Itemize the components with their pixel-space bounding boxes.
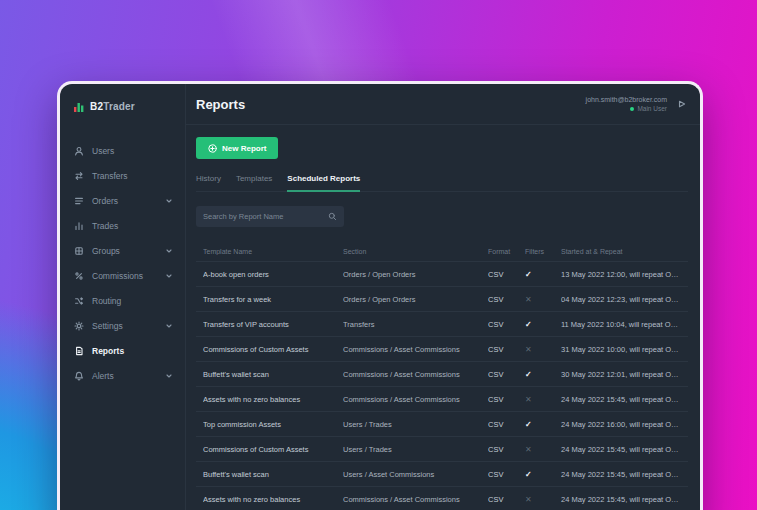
started-cell: 11 May 2022 10:04, will repeat Once xyxy=(561,320,688,329)
report-name-cell: Buffett's wallet scan xyxy=(203,370,343,379)
table-row[interactable]: Assets with no zero balancesCommissions … xyxy=(196,486,688,510)
commissions-icon xyxy=(74,271,84,281)
reports-icon xyxy=(74,346,84,356)
column-header: Started at & Repeat xyxy=(561,248,688,255)
started-cell: 24 May 2022 16:00, will repeat Once xyxy=(561,420,688,429)
table-body: A-book open ordersOrders / Open OrdersCS… xyxy=(196,261,688,510)
table-row[interactable]: Commissions of Custom AssetsUsers / Trad… xyxy=(196,436,688,461)
logout-button[interactable] xyxy=(676,98,688,110)
format-cell: CSV xyxy=(488,320,525,329)
table-row[interactable]: Transfers of VIP accountsTransfersCSV✓11… xyxy=(196,311,688,336)
format-cell: CSV xyxy=(488,370,525,379)
section-cell: Orders / Open Orders xyxy=(343,295,488,304)
page-title: Reports xyxy=(196,97,245,112)
format-cell: CSV xyxy=(488,420,525,429)
report-name-cell: Assets with no zero balances xyxy=(203,495,343,504)
search-icon[interactable] xyxy=(328,212,337,221)
new-report-button[interactable]: New Report xyxy=(196,137,278,159)
sidebar-item-commissions[interactable]: Commissions xyxy=(60,263,185,288)
table-row[interactable]: Buffett's wallet scanUsers / Asset Commi… xyxy=(196,461,688,486)
filters-check-icon: ✓ xyxy=(525,320,561,329)
page-background: { "brand": { "prefix": "B2", "suffix": "… xyxy=(0,0,757,510)
column-header: Section xyxy=(343,248,488,255)
started-cell: 04 May 2022 12:23, will repeat Once xyxy=(561,295,688,304)
routing-icon xyxy=(74,296,84,306)
started-cell: 24 May 2022 15:45, will repeat Once xyxy=(561,495,688,504)
section-cell: Users / Trades xyxy=(343,420,488,429)
report-name-cell: Top commission Assets xyxy=(203,420,343,429)
format-cell: CSV xyxy=(488,345,525,354)
filters-check-icon: ✓ xyxy=(525,270,561,279)
section-cell: Commissions / Asset Commissions xyxy=(343,395,488,404)
users-icon xyxy=(74,146,84,156)
report-name-cell: Assets with no zero balances xyxy=(203,395,343,404)
report-name-cell: Transfers of VIP accounts xyxy=(203,320,343,329)
chevron-down-icon xyxy=(165,322,173,330)
report-name-cell: A-book open orders xyxy=(203,270,343,279)
table-row[interactable]: Buffett's wallet scanCommissions / Asset… xyxy=(196,361,688,386)
sidebar-item-users[interactable]: Users xyxy=(60,138,185,163)
filters-check-icon: ✓ xyxy=(525,420,561,429)
table-row[interactable]: Assets with no zero balancesCommissions … xyxy=(196,386,688,411)
section-cell: Commissions / Asset Commissions xyxy=(343,370,488,379)
format-cell: CSV xyxy=(488,295,525,304)
section-cell: Users / Asset Commissions xyxy=(343,470,488,479)
sidebar-item-reports[interactable]: Reports xyxy=(60,338,185,363)
brand-chart-icon xyxy=(73,101,85,113)
started-cell: 30 May 2022 12:01, will repeat Once xyxy=(561,370,688,379)
user-role-label: Main User xyxy=(637,105,667,112)
section-cell: Orders / Open Orders xyxy=(343,270,488,279)
trades-icon xyxy=(74,221,84,231)
transfers-icon xyxy=(74,171,84,181)
format-cell: CSV xyxy=(488,395,525,404)
groups-icon xyxy=(74,246,84,256)
sidebar-item-settings[interactable]: Settings xyxy=(60,313,185,338)
filters-cross-icon: ✕ xyxy=(525,395,561,404)
user-status: Main User xyxy=(630,105,667,112)
table-header-row: Template Name Section Format Filters Sta… xyxy=(196,241,688,261)
filters-check-icon: ✓ xyxy=(525,470,561,479)
user-email: john.smith@b2broker.com xyxy=(586,96,667,103)
filters-cross-icon: ✕ xyxy=(525,495,561,504)
page-header: Reports john.smith@b2broker.com Main Use… xyxy=(186,84,700,125)
search-box xyxy=(196,206,344,227)
sidebar-item-alerts[interactable]: Alerts xyxy=(60,363,185,388)
filters-cross-icon: ✕ xyxy=(525,345,561,354)
table-row[interactable]: A-book open ordersOrders / Open OrdersCS… xyxy=(196,261,688,286)
section-cell: Commissions / Asset Commissions xyxy=(343,495,488,504)
table-row[interactable]: Transfers for a weekOrders / Open Orders… xyxy=(196,286,688,311)
sidebar-item-trades[interactable]: Trades xyxy=(60,213,185,238)
tab-history[interactable]: History xyxy=(196,174,221,191)
started-cell: 24 May 2022 15:45, will repeat Once xyxy=(561,470,688,479)
tab-scheduled-reports[interactable]: Scheduled Reports xyxy=(287,174,360,192)
report-name-cell: Buffett's wallet scan xyxy=(203,470,343,479)
column-header: Template Name xyxy=(203,248,343,255)
report-name-cell: Transfers for a week xyxy=(203,295,343,304)
user-menu[interactable]: john.smith@b2broker.com Main User xyxy=(586,96,667,112)
filters-check-icon: ✓ xyxy=(525,370,561,379)
search-input[interactable] xyxy=(203,212,328,221)
started-cell: 24 May 2022 15:45, will repeat Once xyxy=(561,445,688,454)
table-row[interactable]: Top commission AssetsUsers / TradesCSV✓2… xyxy=(196,411,688,436)
report-name-cell: Commissions of Custom Assets xyxy=(203,445,343,454)
sidebar-item-routing[interactable]: Routing xyxy=(60,288,185,313)
filters-cross-icon: ✕ xyxy=(525,445,561,454)
started-cell: 24 May 2022 15:45, will repeat Once xyxy=(561,395,688,404)
table-row[interactable]: Commissions of Custom AssetsCommissions … xyxy=(196,336,688,361)
app-window: B2Trader Users Transfers Orders Trades xyxy=(57,81,703,510)
main-area: Reports john.smith@b2broker.com Main Use… xyxy=(186,84,700,510)
format-cell: CSV xyxy=(488,445,525,454)
chevron-down-icon xyxy=(165,197,173,205)
section-cell: Users / Trades xyxy=(343,445,488,454)
sidebar-item-groups[interactable]: Groups xyxy=(60,238,185,263)
started-cell: 31 May 2022 10:00, will repeat Once xyxy=(561,345,688,354)
format-cell: CSV xyxy=(488,470,525,479)
logout-icon xyxy=(676,98,688,110)
sidebar-item-orders[interactable]: Orders xyxy=(60,188,185,213)
tab-templates[interactable]: Templates xyxy=(236,174,272,191)
sidebar: B2Trader Users Transfers Orders Trades xyxy=(60,84,186,510)
sidebar-item-transfers[interactable]: Transfers xyxy=(60,163,185,188)
column-header: Filters xyxy=(525,248,561,255)
section-cell: Commissions / Asset Commissions xyxy=(343,345,488,354)
brand-name: B2Trader xyxy=(90,101,135,112)
